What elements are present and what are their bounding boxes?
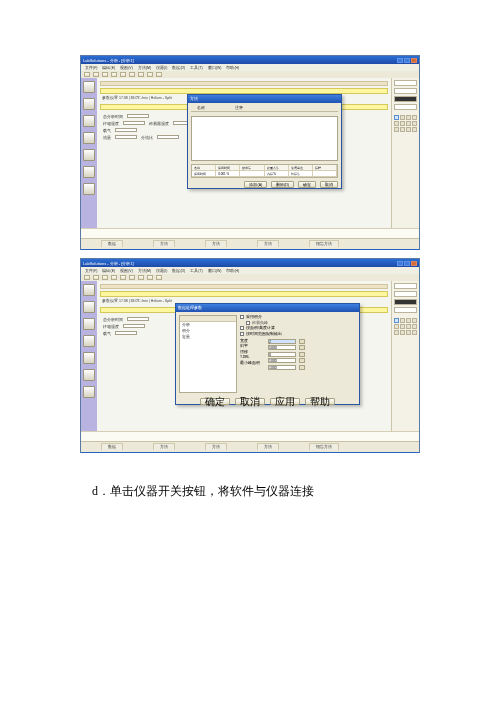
palette-swatch[interactable]: [394, 283, 417, 289]
sidebar-icon[interactable]: [83, 318, 95, 330]
menu-item[interactable]: 方法(M): [138, 66, 151, 70]
palette-icon[interactable]: [400, 318, 405, 323]
menu-item[interactable]: 文件(F): [85, 269, 97, 273]
menu-item[interactable]: 帮助(H): [226, 66, 239, 70]
delete-button[interactable]: 删除(D): [271, 181, 294, 188]
menu-item[interactable]: 视图(V): [120, 269, 133, 273]
number-input[interactable]: 2: [268, 339, 296, 344]
toolbar-button[interactable]: [111, 72, 117, 77]
menu-item[interactable]: 编辑(E): [102, 66, 115, 70]
number-input[interactable]: 1000: [268, 365, 296, 370]
tree-item[interactable]: 定量: [180, 334, 236, 340]
bottom-tab[interactable]: 数据: [101, 443, 123, 450]
sidebar-icon[interactable]: [83, 98, 95, 110]
palette-icon[interactable]: [412, 330, 417, 335]
number-input[interactable]: 0: [268, 352, 296, 357]
bottom-tab[interactable]: 报告方法: [309, 240, 339, 247]
palette-icon[interactable]: [412, 324, 417, 329]
palette-swatch[interactable]: [394, 307, 417, 313]
table-cell[interactable]: [313, 171, 337, 177]
field-input[interactable]: [115, 135, 137, 139]
palette-icon[interactable]: [406, 115, 411, 120]
checkbox[interactable]: [246, 321, 250, 325]
palette-swatch[interactable]: [394, 104, 417, 110]
close-icon[interactable]: [411, 261, 417, 266]
toolbar-button[interactable]: [156, 275, 162, 280]
menu-item[interactable]: 窗口(W): [208, 269, 222, 273]
toolbar-button[interactable]: [102, 275, 108, 280]
ok-button[interactable]: 确定: [200, 398, 230, 405]
sidebar-icon[interactable]: [83, 335, 95, 347]
toolbar-button[interactable]: [120, 72, 126, 77]
number-input[interactable]: 5000: [268, 345, 296, 350]
palette-icon[interactable]: [406, 127, 411, 132]
field-input[interactable]: [123, 324, 145, 328]
bottom-tab[interactable]: 方法: [257, 443, 279, 450]
help-button[interactable]: 帮助: [305, 398, 335, 405]
palette-swatch[interactable]: [394, 291, 417, 297]
close-icon[interactable]: [411, 58, 417, 63]
sidebar-icon[interactable]: [83, 166, 95, 178]
sidebar-icon[interactable]: [83, 149, 95, 161]
palette-swatch[interactable]: [394, 80, 417, 86]
toolbar-button[interactable]: [84, 275, 90, 280]
palette-icon[interactable]: [394, 121, 399, 126]
field-input[interactable]: [115, 331, 137, 335]
menu-item[interactable]: 工具(T): [190, 66, 202, 70]
field-input[interactable]: [157, 135, 179, 139]
menu-item[interactable]: 仪器(I): [156, 66, 167, 70]
palette-icon[interactable]: [406, 121, 411, 126]
palette-icon[interactable]: [400, 127, 405, 132]
toolbar-button[interactable]: [111, 275, 117, 280]
menu-item[interactable]: 视图(V): [120, 66, 133, 70]
table-cell[interactable]: 0.001 %: [216, 171, 240, 177]
cancel-button[interactable]: 取消: [320, 181, 338, 188]
minimize-icon[interactable]: [397, 58, 403, 63]
toolbar-button[interactable]: [129, 72, 135, 77]
palette-icon[interactable]: [400, 115, 405, 120]
sidebar-icon[interactable]: [83, 369, 95, 381]
toolbar-button[interactable]: [156, 72, 162, 77]
field-input[interactable]: [127, 114, 149, 118]
menu-item[interactable]: 数据(D): [172, 269, 185, 273]
minimize-icon[interactable]: [397, 261, 403, 266]
palette-icon[interactable]: [406, 318, 411, 323]
menu-item[interactable]: 编辑(E): [102, 269, 115, 273]
table-cell[interactable]: [240, 171, 264, 177]
bottom-tab[interactable]: 报告方法: [309, 443, 339, 450]
palette-swatch[interactable]: [394, 96, 417, 102]
palette-icon[interactable]: [394, 318, 399, 323]
toolbar-button[interactable]: [147, 275, 153, 280]
sidebar-icon[interactable]: [83, 301, 95, 313]
table-cell[interactable]: 外标法: [289, 171, 313, 177]
bottom-tab[interactable]: 方法: [205, 443, 227, 450]
palette-icon[interactable]: [394, 324, 399, 329]
maximize-icon[interactable]: [404, 261, 410, 266]
palette-icon[interactable]: [400, 121, 405, 126]
spinner-icon[interactable]: [299, 365, 305, 370]
sidebar-icon[interactable]: [83, 352, 95, 364]
toolbar-button[interactable]: [93, 275, 99, 280]
bottom-tab[interactable]: 方法: [257, 240, 279, 247]
dialog-list[interactable]: [191, 116, 338, 161]
menu-item[interactable]: 窗口(W): [208, 66, 222, 70]
toolbar-button[interactable]: [147, 72, 153, 77]
palette-icon[interactable]: [394, 115, 399, 120]
menu-bar[interactable]: 文件(F) 编辑(E) 视图(V) 方法(M) 仪器(I) 数据(D) 工具(T…: [81, 64, 419, 71]
bottom-tab[interactable]: 方法: [153, 443, 175, 450]
palette-swatch[interactable]: [394, 88, 417, 94]
checkbox[interactable]: [240, 332, 244, 336]
palette-icon[interactable]: [400, 324, 405, 329]
sidebar-icon[interactable]: [83, 386, 95, 398]
palette-icon[interactable]: [412, 115, 417, 120]
field-input[interactable]: [115, 128, 137, 132]
palette-swatch[interactable]: [394, 299, 417, 305]
menu-item[interactable]: 文件(F): [85, 66, 97, 70]
cancel-button[interactable]: 取消: [235, 398, 265, 405]
toolbar-button[interactable]: [138, 72, 144, 77]
bottom-tab[interactable]: 方法: [153, 240, 175, 247]
menu-item[interactable]: 数据(D): [172, 66, 185, 70]
palette-icon[interactable]: [406, 330, 411, 335]
field-input[interactable]: [127, 317, 149, 321]
sidebar-icon[interactable]: [83, 115, 95, 127]
